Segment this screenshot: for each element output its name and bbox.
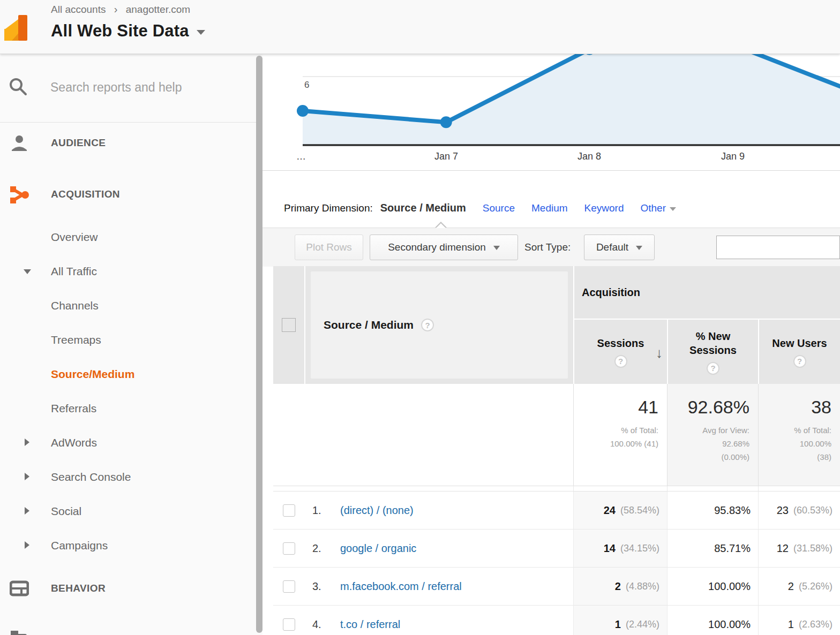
x-axis-tick: Jan 9 (721, 151, 745, 162)
secondary-dimension-dropdown[interactable]: Secondary dimension (370, 235, 518, 260)
sidebar-section-behavior[interactable]: BEHAVIOR (0, 578, 256, 599)
sidebar-item-label: Channels (51, 299, 99, 312)
sort-type-dropdown[interactable]: Default (584, 235, 655, 260)
google-analytics-logo (4, 12, 28, 42)
x-axis-tick: Jan 8 (578, 151, 601, 162)
column-header-pct-new-sessions[interactable]: % New Sessions ? (668, 320, 758, 384)
row-checkbox[interactable] (283, 504, 295, 517)
pct-new-sessions-cell: 95.83% (667, 492, 758, 529)
breadcrumb-account[interactable]: anagotter.com (126, 4, 190, 15)
new-users-cell: 12(31.58%) (758, 530, 840, 567)
sessions-cell: 2(4.88%) (573, 568, 667, 605)
plot-rows-button[interactable]: Plot Rows (295, 235, 363, 260)
dimension-tab-other[interactable]: Other (641, 202, 677, 214)
table-toolbar: Plot Rows Secondary dimension Sort Type:… (262, 228, 840, 267)
dimension-header[interactable]: Source / Medium ? (311, 271, 568, 379)
column-header-sessions[interactable]: Sessions ? ↓ (574, 320, 667, 384)
help-icon[interactable]: ? (421, 319, 434, 331)
sidebar-item-label: All Traffic (51, 265, 97, 278)
sidebar-divider (0, 122, 256, 123)
sidebar-section-audience[interactable]: AUDIENCE (0, 132, 256, 154)
sidebar: AUDIENCE ACQUISITION Overview All Traffi… (0, 54, 262, 635)
sidebar-item-all-traffic[interactable]: All Traffic (0, 261, 256, 282)
sessions-cell: 1(2.44%) (573, 606, 667, 635)
row-checkbox[interactable] (283, 542, 295, 555)
sidebar-item-overview[interactable]: Overview (0, 226, 256, 248)
sidebar-search (0, 67, 256, 112)
row-number: 3. (312, 580, 325, 593)
table-search-input[interactable] (716, 236, 840, 259)
sidebar-section-conversions[interactable]: CONVERSIONS (0, 628, 256, 635)
breadcrumb-all-accounts[interactable]: All accounts (51, 4, 106, 15)
dimension-tab-keyword[interactable]: Keyword (584, 202, 624, 214)
dimension-tab-source[interactable]: Source (483, 202, 515, 214)
app-header: All accounts › anagotter.com All Web Sit… (0, 0, 840, 54)
sidebar-item-campaigns[interactable]: Campaigns (0, 535, 256, 556)
select-all-checkbox[interactable] (282, 318, 296, 332)
sidebar-item-label: Social (51, 505, 81, 518)
table-header: Source / Medium ? Acquisition Sessions ?… (273, 266, 840, 384)
sidebar-section-label: BEHAVIOR (51, 583, 106, 594)
source-medium-link[interactable]: t.co / referral (340, 618, 400, 631)
row-number: 2. (312, 542, 325, 555)
sidebar-item-adwords[interactable]: AdWords (0, 432, 256, 453)
sidebar-item-channels[interactable]: Channels (0, 295, 256, 316)
summary-sessions: 41 % of Total: 100.00% (41) (573, 384, 667, 486)
page-title: All Web Site Data (51, 21, 189, 41)
group-header-acquisition: Acquisition (574, 266, 840, 319)
person-icon (10, 133, 29, 153)
search-icon (9, 77, 28, 96)
row-checkbox[interactable] (283, 618, 295, 631)
row-checkbox[interactable] (283, 580, 295, 593)
dimension-tab-other-label: Other (641, 202, 666, 214)
chevron-down-icon (670, 207, 676, 211)
sidebar-item-referrals[interactable]: Referrals (0, 398, 256, 419)
sidebar-item-treemaps[interactable]: Treemaps (0, 329, 256, 351)
summary-pct-new-sessions: 92.68% Avg for View: 92.68% (0.00%) (667, 384, 758, 486)
collapsed-arrow-icon (25, 507, 29, 515)
sidebar-section-acquisition[interactable]: ACQUISITION (0, 184, 256, 205)
sidebar-item-label: AdWords (51, 436, 97, 449)
main-content: 6 … Jan 7 Jan 8 Jan 9 Primary Dimension:… (262, 54, 840, 635)
summary-sessions-value: 41 (638, 397, 658, 418)
table-row: 1. (direct) / (none) 24(58.54%) 95.83% 2… (273, 492, 840, 530)
header-checkbox-cell (273, 266, 304, 384)
summary-dimension-cell (273, 384, 573, 486)
x-axis-tick: … (296, 151, 306, 162)
column-header-label: Sessions (597, 336, 644, 350)
sidebar-scrollbar[interactable] (256, 56, 262, 633)
y-axis-tick: 6 (304, 80, 309, 90)
pct-new-sessions-cell: 85.71% (667, 530, 758, 567)
sessions-cell: 24(58.54%) (573, 492, 667, 529)
dimension-tab-source-medium-selected[interactable]: Source / Medium (380, 202, 466, 214)
sidebar-item-label: Referrals (51, 402, 96, 415)
source-medium-link[interactable]: (direct) / (none) (340, 504, 414, 517)
row-number: 4. (312, 618, 325, 631)
source-medium-link[interactable]: m.facebook.com / referral (340, 580, 462, 593)
column-header-new-users[interactable]: New Users ? (759, 320, 840, 384)
summary-new-users: 38 % of Total: 100.00% (38) (758, 384, 840, 486)
chevron-down-icon (197, 30, 205, 35)
group-header-label: Acquisition (582, 286, 640, 299)
help-icon[interactable]: ? (707, 362, 719, 375)
table-row: 4. t.co / referral 1(2.44%) 100.00% 1(2.… (273, 606, 840, 635)
dimension-tab-medium[interactable]: Medium (531, 202, 568, 214)
primary-dimension-bar: Primary Dimension: Source / Medium Sourc… (262, 171, 840, 228)
chevron-down-icon (493, 246, 500, 250)
source-medium-link[interactable]: google / organic (340, 542, 416, 555)
help-icon[interactable]: ? (614, 355, 627, 368)
sidebar-item-search-console[interactable]: Search Console (0, 466, 256, 488)
collapsed-arrow-icon (25, 541, 29, 549)
sidebar-item-social[interactable]: Social (0, 501, 256, 522)
column-header-label: % New Sessions (681, 329, 745, 357)
sidebar-item-source-medium[interactable]: Source/Medium (0, 364, 256, 385)
sort-type-value: Default (596, 241, 628, 253)
row-number: 1. (312, 504, 325, 517)
search-input[interactable] (49, 75, 244, 100)
breadcrumb-separator-icon: › (114, 3, 118, 15)
view-selector[interactable]: All Web Site Data (51, 21, 205, 41)
sort-descending-icon[interactable]: ↓ (656, 345, 663, 361)
help-icon[interactable]: ? (793, 355, 806, 368)
pct-new-sessions-cell: 100.00% (667, 568, 758, 605)
breadcrumb: All accounts › anagotter.com (51, 3, 190, 16)
